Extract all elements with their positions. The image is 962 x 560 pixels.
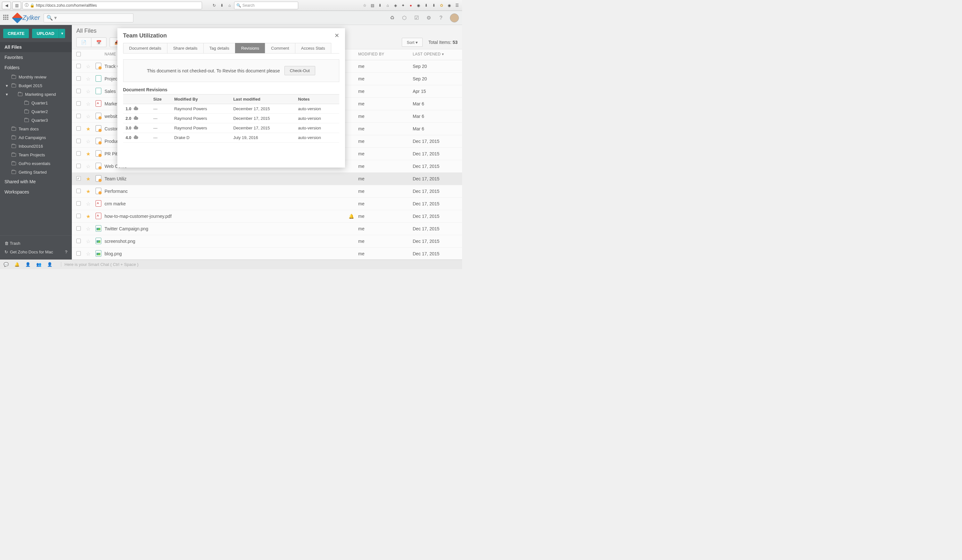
sort-button[interactable]: Sort ▾ — [402, 38, 422, 47]
sync-icon[interactable]: ♻ — [389, 15, 395, 21]
file-row[interactable]: ☆blog.pngmeDec 17, 2015 — [72, 248, 462, 259]
tasks-icon[interactable]: ☑ — [413, 15, 420, 21]
modal-tab[interactable]: Share details — [167, 43, 203, 53]
star-icon[interactable]: ☆ — [86, 113, 95, 119]
star-icon[interactable]: ☆ — [86, 101, 95, 107]
contacts-icon[interactable]: 👤 — [25, 262, 31, 267]
smart-chat-input[interactable]: Here is your Smart Chat ( Ctrl + Space ) — [61, 262, 459, 267]
sidebar-shared[interactable]: Shared with Me — [0, 177, 72, 187]
star-icon[interactable]: ☆ — [362, 2, 368, 9]
sidebar-folder-item[interactable]: Quarter1 — [0, 99, 72, 107]
row-checkbox[interactable] — [76, 89, 81, 93]
modal-tab[interactable]: Access Stats — [295, 43, 331, 53]
star-icon[interactable]: ★ — [86, 188, 95, 195]
sidebar-folder-item[interactable]: Ad Campaigns — [0, 133, 72, 142]
col-modified-by[interactable]: MODIFIED BY — [358, 52, 413, 57]
row-checkbox[interactable] — [76, 76, 81, 81]
library-icon[interactable]: ▤ — [369, 2, 376, 9]
star-icon[interactable]: ★ — [86, 176, 95, 182]
row-checkbox[interactable] — [76, 151, 81, 156]
reload-icon[interactable]: ↻ — [211, 2, 218, 9]
back-button[interactable]: ◀ — [2, 2, 11, 9]
modal-tab[interactable]: Document details — [123, 43, 167, 53]
row-checkbox[interactable] — [76, 201, 81, 206]
file-row[interactable]: ☆Twitter Campaign.pngmeDec 17, 2015 — [72, 223, 462, 235]
sidebar-folder-item[interactable]: Quarter2 — [0, 107, 72, 116]
home2-icon[interactable]: ⌂ — [384, 2, 391, 9]
sidebar-folders[interactable]: Folders — [0, 63, 72, 73]
sidebar-folder-item[interactable]: Getting Started — [0, 168, 72, 177]
sidebar-trash[interactable]: 🗑 Trash — [5, 239, 67, 248]
home-icon[interactable]: ⌂ — [226, 2, 233, 9]
ext5-icon[interactable]: ✿ — [438, 2, 445, 9]
star-icon[interactable]: ☆ — [86, 201, 95, 207]
star-icon[interactable]: ☆ — [86, 251, 95, 257]
revision-row[interactable]: 2.0 ---Raymond PowersDecember 17, 2015au… — [123, 114, 339, 123]
ext6-icon[interactable]: ◉ — [446, 2, 452, 9]
apps-launcher-icon[interactable] — [3, 15, 10, 21]
browser-search[interactable]: 🔍 Search — [234, 2, 298, 9]
star-icon[interactable]: ☆ — [86, 238, 95, 245]
sidebar-folder-item[interactable]: Team Projects — [0, 151, 72, 159]
row-checkbox[interactable] — [76, 139, 81, 143]
tb-calendar-icon[interactable]: 📅 — [91, 38, 106, 47]
file-row[interactable]: ☆crm markemeDec 17, 2015 — [72, 198, 462, 210]
help-icon[interactable]: ? — [438, 15, 444, 21]
sidebar-folder-item[interactable]: Monthly review — [0, 73, 72, 81]
modal-tab[interactable]: Tag details — [203, 43, 236, 53]
chat-icon[interactable]: 💬 — [3, 262, 9, 267]
sidebar-get-app[interactable]: ↻ Get Zoho Docs for Mac ? — [5, 248, 67, 256]
menu-icon[interactable]: ☰ — [454, 2, 460, 9]
col-last-opened[interactable]: LAST OPENED ▾ — [413, 52, 458, 57]
row-checkbox[interactable] — [76, 126, 81, 131]
download-icon[interactable]: ⬇ — [219, 2, 225, 9]
file-row[interactable]: ★how-to-map-customer-journey.pdf🔔meDec 1… — [72, 210, 462, 223]
url-bar[interactable]: ⓘ 🔒 https://docs.zoho.com/home#allfiles — [23, 2, 202, 9]
sidebar-folder-item[interactable]: Team docs — [0, 125, 72, 133]
dropbox-icon[interactable]: ⬡ — [401, 15, 408, 21]
create-button[interactable]: CREATE — [3, 29, 29, 38]
star-icon[interactable]: ★ — [86, 213, 95, 219]
row-checkbox[interactable] — [76, 189, 81, 193]
row-checkbox[interactable] — [76, 64, 81, 68]
upload-caret[interactable]: ▼ — [59, 29, 65, 38]
ext4-icon[interactable]: ⬇ — [431, 2, 437, 9]
row-checkbox[interactable] — [76, 164, 81, 168]
person-icon[interactable]: 👤 — [47, 262, 53, 267]
revision-row[interactable]: 3.0 ---Raymond PowersDecember 17, 2015au… — [123, 123, 339, 133]
sidebar-folder-item[interactable]: Quarter3 — [0, 116, 72, 125]
checkout-button[interactable]: Check-Out — [284, 66, 315, 75]
sidebar-folder-item[interactable]: ▾Budget 2015 — [0, 81, 72, 90]
star-icon[interactable]: ☆ — [86, 63, 95, 69]
sidebar-folder-item[interactable]: Inbound2016 — [0, 142, 72, 151]
star-icon[interactable]: ☆ — [86, 226, 95, 232]
settings-icon[interactable]: ⚙ — [426, 15, 432, 21]
sidebar-favorites[interactable]: Favorites — [0, 52, 72, 63]
revision-row[interactable]: 4.0 ---Drake DJuly 19, 2016auto-version — [123, 133, 339, 143]
ext3-icon[interactable]: ⬇ — [423, 2, 429, 9]
star-icon[interactable]: ★ — [86, 151, 95, 157]
sidebar-folder-item[interactable]: ▾Marketing spend — [0, 90, 72, 99]
tb-new-icon[interactable]: 📄 — [77, 38, 91, 47]
app-search[interactable]: 🔍 ▾ — [44, 13, 133, 23]
row-checkbox[interactable] — [76, 176, 81, 181]
row-checkbox[interactable] — [76, 214, 81, 218]
upload-button[interactable]: UPLOAD — [32, 29, 59, 38]
modal-tab[interactable]: Comment — [265, 43, 295, 53]
star-icon[interactable]: ★ — [86, 126, 95, 132]
close-icon[interactable]: ✕ — [334, 32, 339, 39]
star-icon[interactable]: ☆ — [86, 89, 95, 95]
ext2-icon[interactable]: ◉ — [415, 2, 422, 9]
star-icon[interactable]: ☆ — [86, 76, 95, 82]
sidebar-folder-item[interactable]: GoPro essentials — [0, 159, 72, 168]
star-icon[interactable]: ☆ — [86, 163, 95, 169]
file-row[interactable]: ☆screenshot.pngmeDec 17, 2015 — [72, 235, 462, 248]
file-row[interactable]: ★Team UtilizmeDec 17, 2015 — [72, 173, 462, 185]
row-checkbox[interactable] — [76, 114, 81, 118]
row-checkbox[interactable] — [76, 239, 81, 243]
file-row[interactable]: ★PerformancmeDec 17, 2015 — [72, 185, 462, 198]
select-all-checkbox[interactable] — [76, 52, 81, 56]
adblock-icon[interactable]: ● — [408, 2, 414, 9]
sidebar-all-files[interactable]: All Files — [0, 42, 72, 52]
bell-icon[interactable]: 🔔 — [14, 262, 20, 267]
